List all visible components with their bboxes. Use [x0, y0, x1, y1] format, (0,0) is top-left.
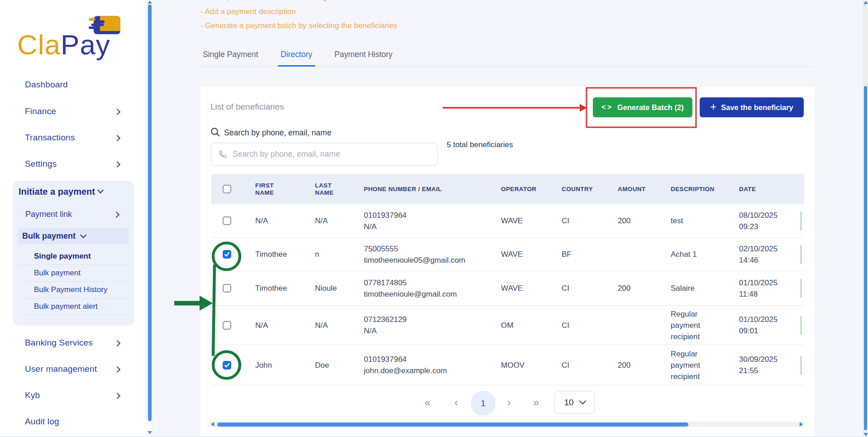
scrollbar-down-arrow-icon[interactable] — [147, 431, 152, 434]
scrollbar-left-arrow-icon[interactable] — [211, 422, 214, 427]
window-scrollbar[interactable] — [863, 0, 868, 437]
column-header-description: DESCRIPTION — [671, 174, 726, 204]
cell-first-name: Timothee — [255, 238, 312, 271]
app-window: ClaPay Dashboard Finance Transactions Se… — [0, 0, 868, 437]
cell-date: 08/10/202509:23 — [739, 204, 793, 237]
chevron-right-icon — [115, 106, 119, 116]
window-scrollbar-thumb[interactable] — [864, 86, 867, 430]
tab-bar: Single Payment Directory Payment History — [200, 49, 814, 67]
sidebar-item-label: Settings — [25, 159, 57, 169]
sidebar-scrollbar[interactable] — [147, 0, 153, 437]
pagination-page-1[interactable]: 1 — [471, 391, 496, 416]
sidebar-item-bulk-payment-alert[interactable]: Bulk payment alert — [18, 298, 129, 315]
table-row[interactable]: N/A N/A 0101937964N/A WAVE CI 200 test 0… — [211, 204, 804, 238]
clapay-logo[interactable]: ClaPay — [0, 0, 147, 72]
sidebar-item-initiate-a-payment[interactable]: Initiate a payment — [19, 186, 127, 197]
page-size-select[interactable]: 10 — [554, 391, 595, 414]
tab-payment-history[interactable]: Payment History — [334, 50, 392, 59]
row-checkbox[interactable] — [223, 250, 231, 259]
plus-icon: + — [710, 101, 716, 113]
cell-last-name: Nioule — [315, 271, 360, 305]
chevron-right-icon — [115, 390, 119, 400]
row-checkbox[interactable] — [223, 284, 231, 293]
row-action-edge — [801, 211, 803, 231]
cell-first-name: N/A — [255, 204, 312, 237]
cell-operator: WAVE — [501, 271, 558, 305]
sidebar-item-transactions[interactable]: Transactions — [25, 132, 134, 143]
sidebar-item-label: Initiate a payment — [19, 187, 95, 197]
scrollbar-up-arrow-icon[interactable] — [863, 1, 868, 4]
initiate-payment-panel: Initiate a payment Payment link Bulk pay… — [13, 181, 134, 326]
bulk-payment-submenu: Single payment Bulk payment Bulk Payment… — [18, 248, 129, 315]
card-title: List of beneficiaries — [210, 102, 284, 112]
column-header-date: DATE — [739, 174, 793, 204]
search-input[interactable] — [233, 143, 423, 165]
cell-operator: MOOV — [501, 345, 558, 385]
pagination-first-button[interactable]: « — [424, 397, 430, 408]
instruction-line-2: - Generate a payment batch by selecting … — [200, 21, 397, 30]
row-action-edge — [801, 245, 803, 264]
cell-last-name: N/A — [315, 204, 360, 237]
brand-primary: Cla — [17, 29, 61, 60]
horizontal-scrollbar-thumb[interactable] — [217, 423, 688, 427]
cell-phone-email: 75005555timotheenioule05@gmail.com — [364, 238, 497, 271]
column-header-operator: OPERATOR — [501, 174, 558, 204]
cell-amount: 200 — [618, 271, 667, 305]
sidebar-item-kyb[interactable]: Kyb — [25, 390, 134, 401]
sidebar-item-label: Payment link — [25, 210, 72, 219]
pagination-prev-button[interactable]: ‹ — [454, 397, 458, 408]
row-checkbox[interactable] — [223, 321, 231, 330]
generate-batch-button[interactable]: <> Generate Batch (2) — [593, 97, 692, 117]
active-tab-underline — [278, 65, 315, 67]
cell-last-name: N/A — [315, 306, 360, 345]
sidebar-item-audit-log[interactable]: Audit log — [25, 416, 134, 427]
row-action-edge — [801, 279, 803, 298]
cell-description: Achat 1 — [671, 238, 726, 271]
table-row[interactable]: N/A N/A 0712362129N/A OM CI Regular paym… — [211, 306, 804, 345]
sidebar-item-dashboard[interactable]: Dashboard — [25, 79, 134, 90]
sidebar-item-bulk-payment-group[interactable]: Bulk payment — [18, 228, 129, 245]
sidebar-item-user-management[interactable]: User management — [25, 364, 134, 375]
select-all-checkbox[interactable] — [223, 174, 231, 204]
sidebar-item-label: Bulk payment — [22, 231, 76, 241]
scrollbar-up-arrow-icon[interactable] — [147, 0, 152, 4]
pagination-last-button[interactable]: » — [533, 397, 539, 408]
tab-single-payment[interactable]: Single Payment — [203, 50, 258, 59]
cell-amount: 200 — [618, 204, 667, 237]
sidebar-item-bulk-payment[interactable]: Bulk payment — [18, 265, 129, 282]
sidebar-item-label: Finance — [25, 106, 56, 116]
sidebar-scrollbar-thumb[interactable] — [148, 5, 152, 421]
cell-phone-email: 0101937964john.doe@example.com — [364, 345, 497, 385]
scrollbar-down-arrow-icon[interactable] — [863, 433, 868, 436]
sidebar-item-finance[interactable]: Finance — [25, 106, 134, 117]
row-checkbox[interactable] — [223, 361, 231, 370]
chevron-down-icon — [579, 397, 586, 404]
total-beneficiaries: 5 total beneficiaries — [447, 140, 513, 149]
table-horizontal-scrollbar[interactable] — [209, 422, 804, 427]
save-beneficiary-button[interactable]: + Save the beneficiary — [700, 97, 804, 117]
column-header-country: COUNTRY — [562, 174, 614, 204]
sidebar-item-single-payment[interactable]: Single payment — [18, 248, 129, 265]
table-row[interactable]: John Doe 0101937964john.doe@example.com … — [211, 345, 804, 385]
sidebar-item-payment-link[interactable]: Payment link — [25, 209, 125, 220]
chevron-right-icon — [115, 364, 119, 374]
table-row[interactable]: Timothee n 75005555timotheenioule05@gmai… — [211, 238, 804, 271]
sidebar-item-label: Bulk payment alert — [34, 302, 98, 311]
tab-directory[interactable]: Directory — [281, 50, 312, 59]
scrollbar-right-arrow-icon[interactable] — [800, 422, 803, 427]
table-row[interactable]: Timothee Nioule 0778174805timotheenioule… — [211, 271, 804, 306]
sidebar-item-label: Bulk payment — [34, 269, 81, 278]
search-box — [211, 143, 438, 166]
row-checkbox[interactable] — [223, 216, 231, 225]
sidebar-item-bulk-payment-history[interactable]: Bulk Payment History — [18, 282, 129, 298]
sidebar-item-label: Kyb — [25, 390, 40, 400]
cell-country: CI — [562, 306, 614, 345]
cell-date: 01/10/202509:01 — [739, 306, 793, 345]
sidebar-item-settings[interactable]: Settings — [25, 158, 134, 169]
phone-icon — [219, 150, 227, 160]
svg-text:ClaPay: ClaPay — [17, 29, 110, 60]
chevron-right-icon — [115, 338, 119, 348]
sidebar-item-banking-services[interactable]: Banking Services — [25, 337, 134, 348]
table-header: FIRST NAME LAST NAME PHONE NUMBER / EMAI… — [211, 174, 804, 204]
pagination-next-button[interactable]: › — [507, 397, 511, 408]
